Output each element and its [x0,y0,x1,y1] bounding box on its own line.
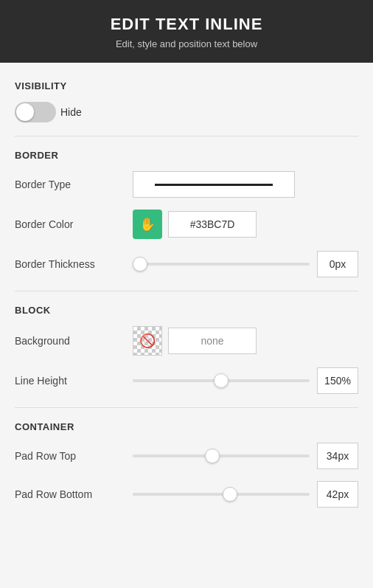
visibility-section-label: VISIBILITY [15,80,358,91]
border-thickness-slider[interactable] [133,257,310,271]
slider-thumb[interactable] [133,257,147,271]
border-color-row: Border Color ✋ #33BC7D [15,210,358,239]
pad-row-bottom-slider[interactable] [133,487,310,502]
pad-row-bottom-control: 42px [133,481,358,508]
slider-track [133,263,310,266]
header: EDIT TEXT INLINE Edit, style and positio… [0,0,373,63]
border-thickness-control: 0px [133,251,358,277]
pad-row-top-label: Pad Row Top [15,450,133,462]
divider-2 [15,291,358,291]
slider-thumb[interactable] [223,487,237,502]
content-area: VISIBILITY Hide BORDER Border Type Borde… [0,63,373,534]
line-height-control: 150% [133,367,358,394]
toggle-container: Hide [15,102,82,122]
slider-fill [133,379,221,382]
toggle-label: Hide [60,106,82,118]
visibility-row: Hide [15,102,358,122]
page-title: EDIT TEXT INLINE [12,15,361,34]
cursor-icon: ✋ [139,216,156,232]
slider-fill [133,454,212,457]
background-label: Background [15,335,133,347]
visibility-control: Hide [15,102,358,122]
border-solid-preview [155,184,273,186]
background-swatch[interactable]: 🚫 [133,326,162,356]
border-thickness-label: Border Thickness [15,258,133,270]
pad-row-bottom-value[interactable]: 42px [317,481,358,508]
pad-row-top-row: Pad Row Top 34px [15,443,358,469]
slider-fill [133,493,230,496]
border-color-control: ✋ #33BC7D [133,210,358,239]
line-height-value[interactable]: 150% [317,367,358,394]
divider-3 [15,407,358,408]
border-thickness-value[interactable]: 0px [317,251,358,277]
slider-track [133,454,310,457]
slider-thumb[interactable] [205,449,220,463]
background-value[interactable]: none [168,328,257,354]
pad-row-bottom-label: Pad Row Bottom [15,488,133,500]
border-type-control [133,171,358,198]
container-section-label: CONTAINER [15,421,358,432]
block-section-label: BLOCK [15,305,358,316]
background-row: Background 🚫 none [15,326,358,356]
line-height-slider[interactable] [133,373,310,388]
border-color-value[interactable]: #33BC7D [168,211,257,238]
page-subtitle: Edit, style and position text below [12,38,361,49]
slider-thumb[interactable] [214,373,229,388]
pad-row-bottom-row: Pad Row Bottom 42px [15,481,358,508]
toggle-thumb [16,103,34,121]
divider-1 [15,136,358,136]
slider-track [133,493,310,496]
border-color-swatch[interactable]: ✋ [133,210,162,239]
border-type-selector[interactable] [133,171,295,198]
pad-row-top-control: 34px [133,443,358,469]
pad-row-top-slider[interactable] [133,449,310,463]
border-type-row: Border Type [15,171,358,198]
line-height-label: Line Height [15,375,133,387]
no-color-icon: 🚫 [139,333,156,349]
border-color-label: Border Color [15,218,133,230]
background-control: 🚫 none [133,326,358,356]
pad-row-top-value[interactable]: 34px [317,443,358,469]
border-section-label: BORDER [15,150,358,161]
visibility-toggle[interactable] [15,102,56,122]
line-height-row: Line Height 150% [15,367,358,394]
border-thickness-row: Border Thickness 0px [15,251,358,277]
border-type-label: Border Type [15,179,133,190]
